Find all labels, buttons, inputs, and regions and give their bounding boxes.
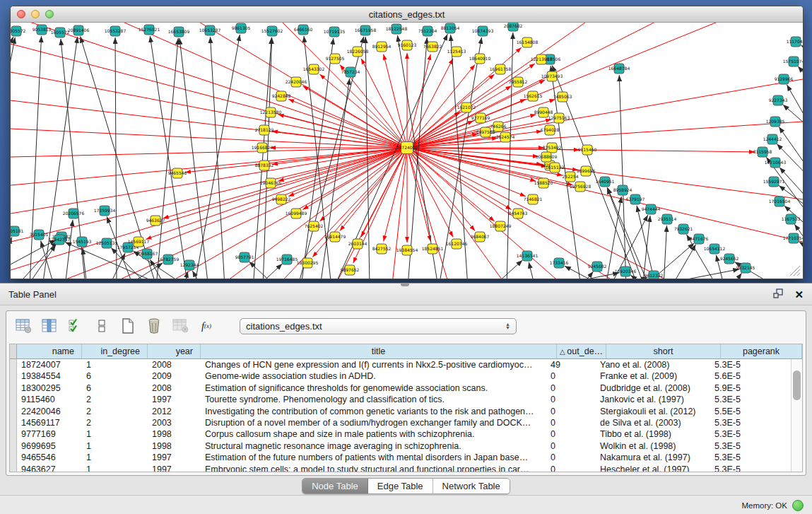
graph-node[interactable]: 9857791 (235, 252, 254, 262)
minimize-window-icon[interactable] (31, 10, 40, 18)
graph-node[interactable]: 7932621 (674, 224, 693, 234)
graph-node[interactable]: 19384554 (396, 245, 418, 255)
graph-node[interactable]: 10553287 (105, 26, 126, 36)
column-header-in_degree[interactable]: in_degree (82, 344, 148, 358)
graph-node[interactable]: 9474444 (642, 204, 661, 214)
graph-node[interactable]: 17359934 (94, 206, 116, 216)
column-header-short[interactable]: short (606, 344, 721, 358)
graph-node[interactable]: 16648784 (608, 64, 630, 74)
panel-resize-handle[interactable] (401, 283, 409, 286)
graph-node[interactable]: 2935114 (658, 214, 677, 224)
graph-node[interactable]: 10719135 (324, 27, 346, 37)
tab-network-table[interactable]: Network Table (433, 479, 510, 493)
graph-node[interactable]: 9897652 (341, 265, 360, 275)
graph-node[interactable]: 252254 (563, 172, 579, 182)
graph-node[interactable]: 9245652 (720, 254, 739, 264)
graph-node[interactable]: 1292344 (180, 260, 199, 270)
graph-node[interactable]: 8505181 (11, 226, 24, 236)
graph-node[interactable]: 8813054 (441, 23, 460, 33)
graph-node[interactable]: 9129966 (775, 74, 794, 84)
table-selector-dropdown[interactable]: citations_edges.txt ▲▼ (240, 318, 517, 334)
tab-node-table[interactable]: Node Table (302, 479, 368, 493)
graph-node[interactable]: 18226058 (347, 47, 369, 57)
new-table-icon[interactable] (119, 317, 136, 334)
graph-node[interactable]: 18640910 (469, 54, 491, 64)
graph-node[interactable]: 1209385 (766, 117, 785, 127)
tab-edge-table[interactable]: Edge Table (368, 479, 433, 493)
graph-node[interactable]: 1244412 (763, 134, 782, 144)
table-row[interactable]: 946554611997Estimation of the future num… (10, 452, 792, 463)
graph-node[interactable]: 2087682 (504, 23, 523, 31)
graph-node[interactable]: 1615132 (546, 163, 565, 173)
graph-node[interactable]: 10654112 (704, 244, 726, 254)
graph-node[interactable]: 16120746 (446, 239, 468, 249)
graph-node[interactable]: 7625402 (305, 221, 324, 231)
show-columns-icon[interactable] (41, 317, 58, 334)
graph-node[interactable]: 7485063 (553, 92, 572, 102)
graph-node[interactable]: 9115460 (578, 145, 597, 155)
graph-node[interactable]: 10653287 (199, 25, 221, 35)
graph-node[interactable]: 9127505 (326, 54, 345, 64)
graph-node[interactable]: 19716485 (276, 255, 298, 264)
graph-node[interactable]: 15751074 (783, 57, 803, 66)
graph-node[interactable]: 19046766 (260, 178, 282, 188)
column-header-name[interactable]: name (17, 344, 82, 358)
graph-node[interactable]: 2305572 (11, 26, 26, 36)
column-header-out_degree[interactable]: △ out_de… (557, 344, 606, 358)
graph-node[interactable]: 2603144 (348, 239, 367, 249)
graph-node[interactable]: 18122548 (386, 24, 408, 34)
graph-node[interactable]: 9861305 (232, 23, 251, 33)
table-scrollbar[interactable] (791, 359, 802, 472)
column-header-title[interactable]: title (201, 344, 557, 358)
graph-node[interactable]: 9242848 (272, 91, 291, 101)
graph-node[interactable]: 7512304 (418, 26, 437, 36)
window-resize-grip-icon[interactable] (790, 266, 800, 276)
graph-node[interactable]: 19756928 (570, 182, 592, 192)
table-row[interactable]: 1872400712008Changes of HCN gene express… (10, 359, 792, 370)
table-row[interactable]: 1938455462009Genome-wide association stu… (10, 370, 792, 382)
table-row[interactable]: 2242004622012Investigating the contribut… (10, 406, 792, 417)
graph-node[interactable]: 17710354 (783, 233, 803, 243)
zoom-window-icon[interactable] (45, 10, 54, 18)
graph-node[interactable]: 18300295 (297, 258, 319, 268)
graph-node[interactable]: 10920346 (615, 267, 637, 276)
table-row[interactable]: 946362711997Embryonic stem cells: a mode… (10, 464, 792, 472)
graph-node[interactable]: 16210643 (765, 158, 787, 168)
table-row[interactable]: 977716911998Corpus callosum shape and si… (10, 428, 792, 440)
row-height-icon[interactable] (93, 317, 110, 334)
graph-node[interactable]: 9160123 (398, 40, 417, 50)
graph-node[interactable]: 16543302 (303, 64, 325, 74)
table-row[interactable]: 1830029562008Estimation of significance … (10, 382, 792, 394)
graph-node[interactable]: 6497568 (476, 127, 495, 137)
graph-node[interactable]: 1117043 (787, 37, 803, 47)
graph-node[interactable]: 15276021 (139, 25, 160, 35)
graph-node[interactable]: 9465546 (168, 168, 187, 178)
graph-node[interactable]: 8427552 (372, 244, 392, 254)
table-row[interactable]: 1456911722003Disruption of a novel membe… (10, 417, 792, 428)
graph-node[interactable]: 20206576 (63, 209, 85, 218)
graph-node[interactable]: 8454743 (509, 209, 528, 218)
graph-node[interactable]: 2718129 (255, 125, 274, 135)
graph-node[interactable]: 12213580 (260, 107, 282, 117)
graph-node[interactable]: 14136141 (517, 251, 539, 261)
graph-node[interactable]: 16154808 (517, 37, 539, 47)
graph-node[interactable]: 9498222 (272, 194, 291, 204)
column-header-pagerank[interactable]: pagerank (721, 344, 802, 358)
graph-node[interactable]: 8958924 (613, 185, 632, 195)
delete-columns-icon[interactable] (146, 317, 163, 334)
function-builder-icon[interactable]: f(x) (198, 317, 215, 334)
graph-node[interactable]: 9699695 (577, 166, 596, 176)
column-header-strip[interactable] (10, 344, 17, 358)
graph-node[interactable]: 15527602 (261, 26, 283, 36)
table-row[interactable]: 969969511998Structural magnetic resonanc… (10, 440, 792, 452)
graph-node[interactable]: 8115958 (753, 147, 772, 157)
graph-node[interactable]: 6466160 (294, 25, 313, 35)
table-settings-icon[interactable] (15, 317, 32, 334)
graph-node[interactable]: 9832145 (736, 263, 755, 273)
graph-node[interactable]: 9053813 (33, 25, 52, 35)
delete-table-icon[interactable] (172, 317, 189, 334)
graph-node[interactable]: 9245082 (588, 262, 607, 271)
graph-node[interactable]: 16099489 (286, 209, 307, 218)
graph-node[interactable]: 1167533 (782, 214, 801, 224)
column-header-year[interactable]: year (148, 344, 201, 358)
